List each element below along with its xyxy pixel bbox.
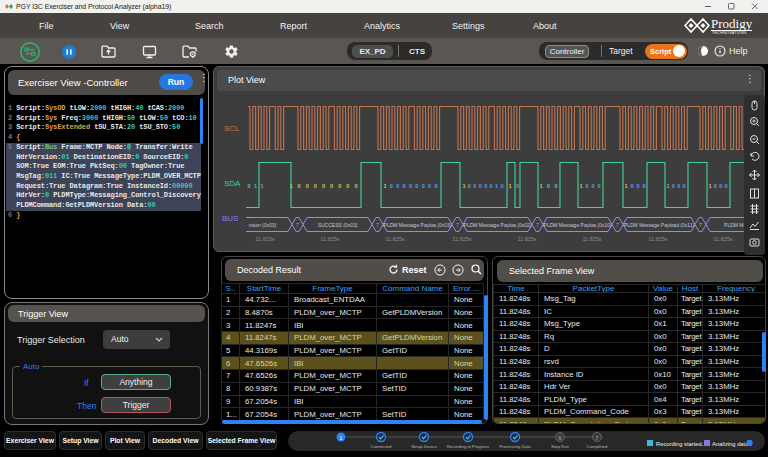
svg-text:Analizing data: Analizing data bbox=[712, 441, 749, 447]
svg-text:T: T bbox=[699, 222, 702, 228]
svg-text:Stop Run: Stop Run bbox=[551, 444, 570, 449]
svg-text:0: 0 bbox=[630, 183, 633, 189]
svg-text:0: 0 bbox=[500, 183, 503, 189]
svg-text:0: 0 bbox=[547, 183, 550, 189]
svg-text:T: T bbox=[616, 222, 619, 228]
svg-text:11.825s: 11.825s bbox=[582, 236, 601, 242]
svg-text:1: 1 bbox=[508, 183, 511, 189]
svg-text:0: 0 bbox=[479, 183, 482, 189]
svg-text:0: 0 bbox=[354, 183, 357, 189]
svg-text:0: 0 bbox=[415, 183, 418, 189]
svg-text:0: 0 bbox=[636, 183, 639, 189]
svg-text:T: T bbox=[376, 222, 379, 228]
svg-text:T: T bbox=[536, 222, 539, 228]
svg-text:0: 0 bbox=[714, 183, 717, 189]
svg-text:0: 0 bbox=[403, 183, 406, 189]
svg-text:0: 0 bbox=[247, 183, 250, 189]
svg-text:0: 0 bbox=[516, 183, 519, 189]
svg-text:0: 0 bbox=[298, 183, 301, 189]
svg-text:0: 0 bbox=[484, 183, 487, 189]
svg-text:0: 0 bbox=[322, 183, 325, 189]
svg-text:BUS: BUS bbox=[222, 214, 238, 223]
svg-text:1: 1 bbox=[462, 183, 465, 189]
svg-text:SDA: SDA bbox=[224, 179, 241, 188]
svg-text:1: 1 bbox=[708, 183, 711, 189]
svg-text:SUCCESS (0x03): SUCCESS (0x03) bbox=[318, 222, 358, 228]
svg-text:0: 0 bbox=[597, 183, 600, 189]
svg-text:PLDM Message Payloa.(0x03): PLDM Message Payloa.(0x03) bbox=[384, 222, 452, 228]
svg-text:1: 1 bbox=[579, 183, 582, 189]
svg-text:0: 0 bbox=[677, 183, 680, 189]
svg-text:0: 0 bbox=[338, 183, 341, 189]
svg-text:0: 0 bbox=[719, 183, 722, 189]
svg-text:0: 0 bbox=[330, 183, 333, 189]
svg-text:11.825s: 11.825s bbox=[320, 236, 339, 242]
svg-text:11.823s: 11.823s bbox=[255, 236, 274, 242]
svg-text:Processing Data: Processing Data bbox=[499, 444, 531, 449]
svg-text:0: 0 bbox=[724, 183, 727, 189]
svg-text:0: 0 bbox=[346, 183, 349, 189]
svg-text:0: 0 bbox=[468, 183, 471, 189]
svg-text:PLDM Message Payloa.(0x10): PLDM Message Payloa.(0x10) bbox=[544, 222, 612, 228]
svg-text:Recording in Progress: Recording in Progress bbox=[447, 444, 490, 449]
svg-text:0: 0 bbox=[554, 183, 557, 189]
svg-text:1: 1 bbox=[539, 183, 542, 189]
svg-text:0: 0 bbox=[306, 183, 309, 189]
svg-text:Completed: Completed bbox=[587, 444, 608, 449]
svg-text:0: 0 bbox=[672, 183, 675, 189]
svg-text:0: 0 bbox=[396, 183, 399, 189]
svg-text:1: 1 bbox=[666, 183, 669, 189]
svg-text:1: 1 bbox=[260, 183, 263, 189]
svg-text:0: 0 bbox=[428, 183, 431, 189]
svg-text:Recording started...: Recording started... bbox=[656, 441, 707, 447]
svg-text:0: 0 bbox=[682, 183, 685, 189]
svg-text:T: T bbox=[296, 222, 299, 228]
svg-text:PLDM Message Payload (0x11): PLDM Message Payload (0x11) bbox=[624, 222, 695, 228]
svg-text:1: 1 bbox=[624, 183, 627, 189]
svg-text:0: 0 bbox=[434, 183, 437, 189]
svg-text:1: 1 bbox=[289, 183, 292, 189]
svg-text:11.825s: 11.825s bbox=[517, 236, 536, 242]
svg-text:SCL: SCL bbox=[224, 124, 240, 133]
svg-text:1: 1 bbox=[495, 183, 498, 189]
svg-text:T: T bbox=[456, 222, 459, 228]
svg-text:1: 1 bbox=[383, 183, 386, 189]
svg-text:0: 0 bbox=[473, 183, 476, 189]
svg-text:nsion (0x03): nsion (0x03) bbox=[249, 222, 277, 228]
svg-text:0: 0 bbox=[422, 183, 425, 189]
svg-text:Connected: Connected bbox=[371, 444, 392, 449]
svg-text:1: 1 bbox=[254, 183, 257, 189]
svg-text:11.825s: 11.825s bbox=[648, 236, 667, 242]
svg-text:11.825s: 11.825s bbox=[713, 236, 732, 242]
svg-text:0: 0 bbox=[314, 183, 317, 189]
svg-text:11.825s: 11.825s bbox=[452, 236, 471, 242]
svg-text:11.825s: 11.825s bbox=[385, 236, 404, 242]
svg-text:0: 0 bbox=[490, 183, 493, 189]
svg-text:0: 0 bbox=[390, 183, 393, 189]
svg-text:0: 0 bbox=[585, 183, 588, 189]
svg-text:Setup Device: Setup Device bbox=[411, 444, 437, 449]
svg-text:PLDM Message Payloa.(0x02): PLDM Message Payloa.(0x02) bbox=[464, 222, 532, 228]
svg-text:0: 0 bbox=[642, 183, 645, 189]
svg-text:0: 0 bbox=[591, 183, 594, 189]
svg-text:0: 0 bbox=[409, 183, 412, 189]
